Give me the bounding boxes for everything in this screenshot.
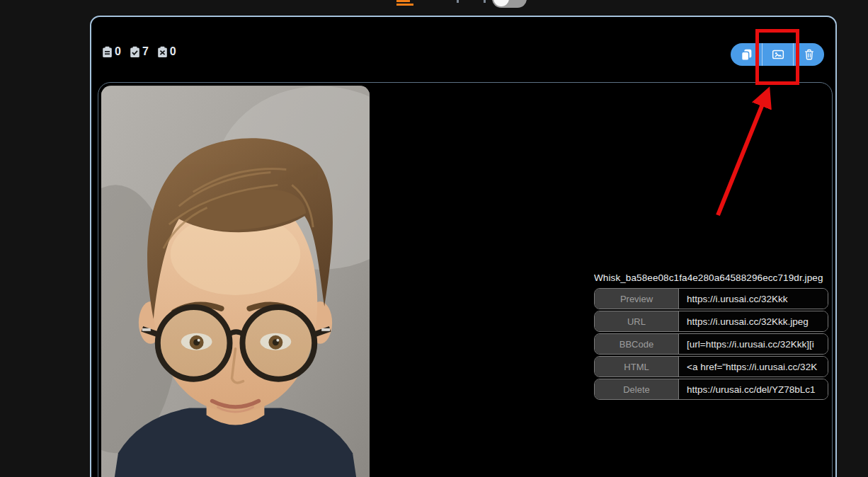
theme-toggle[interactable] — [492, 0, 527, 8]
row-label: BBCode — [595, 334, 679, 354]
table-row-delete: Delete https://urusai.cc/del/YZ78bLc1 — [594, 379, 828, 400]
table-row-url: URL https://i.urusai.cc/32Kkk.jpeg — [594, 311, 828, 332]
active-tab-underline-fragment — [396, 0, 410, 2]
clipboard-list-icon — [101, 46, 113, 58]
header-text-fragment — [484, 0, 486, 3]
stat-pending-value: 0 — [115, 45, 121, 58]
table-row-bbcode: BBCode [url=https://i.urusai.cc/32Kkk][i — [594, 333, 828, 355]
copy-links-button[interactable] — [731, 43, 762, 66]
row-label: Preview — [595, 289, 679, 309]
clipboard-x-icon — [156, 46, 169, 58]
stat-success: 7 — [129, 45, 149, 58]
stat-failed-value: 0 — [170, 45, 176, 58]
header-text-fragment — [457, 0, 459, 3]
upload-panel: 0 7 0 — [90, 16, 837, 477]
table-row-preview: Preview https://i.urusai.cc/32Kkk — [594, 288, 828, 309]
page-background: { "header": { "accent_color": "#f07d17" … — [0, 0, 868, 477]
table-row-html: HTML <a href="https://i.urusai.cc/32K — [594, 356, 828, 377]
row-label: URL — [595, 311, 679, 331]
portrait-photo — [101, 86, 370, 477]
file-info: Whisk_ba58ee08c1fa4e280a64588296ecc719dr… — [594, 272, 828, 400]
copy-icon — [738, 47, 754, 62]
active-tab-underline-fragment — [396, 4, 413, 6]
action-toolbar — [731, 43, 824, 66]
row-value[interactable]: https://i.urusai.cc/32Kkk — [679, 289, 828, 309]
stat-failed: 0 — [156, 45, 176, 58]
clipboard-check-icon — [129, 46, 141, 58]
links-table: Preview https://i.urusai.cc/32Kkk URL ht… — [594, 288, 828, 400]
row-value[interactable]: <a href="https://i.urusai.cc/32K — [679, 357, 828, 377]
image-preview[interactable] — [101, 86, 370, 477]
stat-success-value: 7 — [142, 45, 149, 58]
row-value[interactable]: [url=https://i.urusai.cc/32Kkk][i — [679, 334, 828, 354]
show-image-button[interactable] — [762, 43, 793, 66]
upload-stats: 0 7 0 — [101, 45, 176, 58]
delete-image-button[interactable] — [793, 43, 824, 66]
toggle-knob — [493, 0, 509, 6]
trash-icon — [802, 47, 816, 62]
row-label: HTML — [595, 357, 679, 377]
image-card: Whisk_ba58ee08c1fa4e280a64588296ecc719dr… — [98, 82, 833, 477]
row-label: Delete — [595, 379, 679, 399]
stat-pending: 0 — [101, 45, 121, 58]
row-value[interactable]: https://urusai.cc/del/YZ78bLc1 — [679, 379, 828, 399]
filename: Whisk_ba58ee08c1fa4e280a64588296ecc719dr… — [594, 272, 828, 283]
row-value[interactable]: https://i.urusai.cc/32Kkk.jpeg — [679, 311, 828, 331]
image-icon — [770, 47, 786, 62]
